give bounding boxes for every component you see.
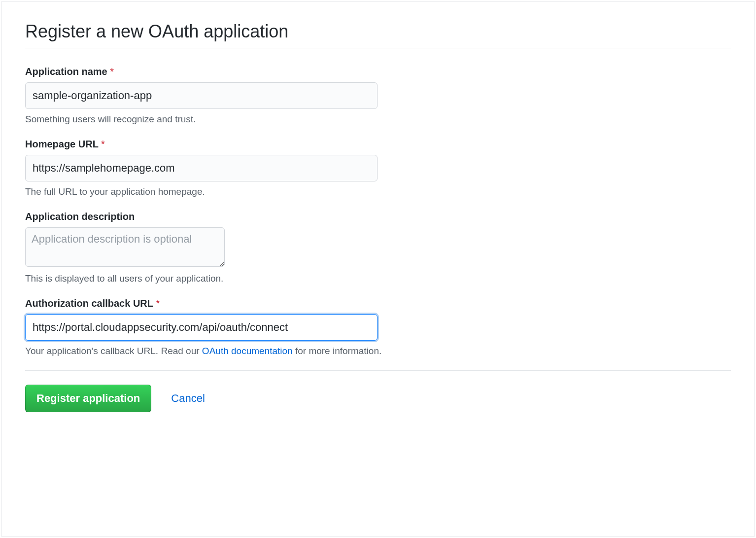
required-star-icon: *: [101, 139, 105, 149]
required-star-icon: *: [156, 298, 160, 309]
cancel-link[interactable]: Cancel: [171, 392, 205, 405]
callback-url-label-text: Authorization callback URL: [25, 298, 153, 309]
callback-hint-suffix: for more information.: [293, 346, 382, 356]
register-application-button[interactable]: Register application: [25, 385, 151, 412]
app-name-input[interactable]: [25, 82, 378, 109]
oauth-documentation-link[interactable]: OAuth documentation: [202, 346, 293, 356]
divider: [25, 370, 731, 371]
homepage-url-label: Homepage URL *: [25, 139, 731, 150]
field-app-name: Application name * Something users will …: [25, 66, 731, 125]
app-name-hint: Something users will recognize and trust…: [25, 114, 731, 125]
callback-url-input[interactable]: [25, 314, 378, 341]
homepage-url-label-text: Homepage URL: [25, 139, 99, 149]
app-description-label: Application description: [25, 211, 731, 222]
field-app-description: Application description This is displaye…: [25, 211, 731, 284]
field-homepage-url: Homepage URL * The full URL to your appl…: [25, 139, 731, 197]
homepage-url-hint: The full URL to your application homepag…: [25, 186, 731, 197]
page-title: Register a new OAuth application: [25, 21, 731, 48]
callback-hint-prefix: Your application's callback URL. Read ou…: [25, 346, 202, 356]
app-name-label-text: Application name: [25, 66, 107, 77]
app-name-label: Application name *: [25, 66, 731, 77]
homepage-url-input[interactable]: [25, 155, 378, 181]
form-actions: Register application Cancel: [25, 385, 731, 412]
app-description-textarea[interactable]: [25, 227, 225, 267]
callback-url-hint: Your application's callback URL. Read ou…: [25, 346, 731, 357]
required-star-icon: *: [110, 66, 114, 77]
oauth-register-panel: Register a new OAuth application Applica…: [1, 1, 755, 537]
app-description-hint: This is displayed to all users of your a…: [25, 273, 731, 284]
callback-url-label: Authorization callback URL *: [25, 298, 731, 309]
field-callback-url: Authorization callback URL * Your applic…: [25, 298, 731, 357]
